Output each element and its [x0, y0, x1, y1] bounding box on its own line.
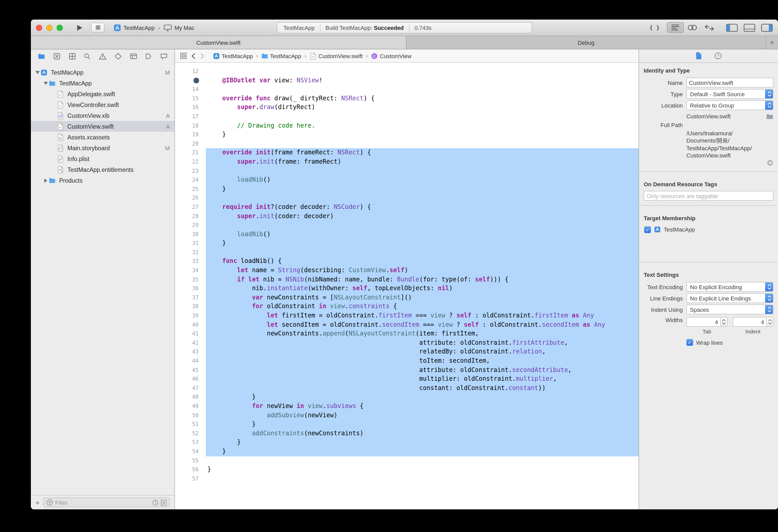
- code-line[interactable]: 39 let firstItem = oldConstraint.firstIt…: [175, 311, 638, 320]
- navigator-issues-icon[interactable]: [99, 52, 106, 60]
- line-number[interactable]: 49: [175, 402, 206, 411]
- navigator-search-icon[interactable]: [84, 52, 91, 60]
- code-line[interactable]: @IBOutlet var view: NSView!: [175, 76, 638, 85]
- line-number[interactable]: 31: [175, 239, 206, 248]
- breadcrumb-item[interactable]: CustomView.swift: [310, 52, 363, 59]
- tree-item-viewcontroller-swift[interactable]: ViewController.swift: [31, 99, 174, 110]
- code-line[interactable]: 38 for oldConstraint in view.constraints…: [175, 302, 638, 311]
- line-marker-icon[interactable]: [193, 78, 199, 83]
- line-number[interactable]: 28: [175, 212, 206, 221]
- code-line[interactable]: 16 super.draw(dirtyRect): [175, 103, 638, 112]
- close-window-button[interactable]: [36, 24, 42, 30]
- open-in-finder-arrow-icon[interactable]: [767, 159, 773, 166]
- line-endings-dropdown[interactable]: No Explicit Line Endings: [686, 293, 773, 303]
- source-editor[interactable]: 12 @IBOutlet var view: NSView!1415 overr…: [175, 63, 638, 509]
- line-number[interactable]: 42: [175, 338, 206, 348]
- disclosure-triangle[interactable]: [34, 71, 41, 74]
- line-number[interactable]: 52: [175, 429, 206, 438]
- run-button[interactable]: [76, 24, 83, 31]
- disclosure-triangle[interactable]: [42, 178, 49, 182]
- breadcrumb-item[interactable]: CCustomView: [371, 52, 411, 59]
- minimize-window-button[interactable]: [46, 24, 53, 30]
- tab-width-field[interactable]: 4: [686, 317, 720, 327]
- code-line[interactable]: 26: [175, 194, 638, 203]
- code-line[interactable]: 25 }: [175, 184, 638, 194]
- line-number[interactable]: 16: [175, 103, 206, 112]
- tree-item-customview-swift[interactable]: CustomView.swiftA: [31, 121, 174, 132]
- version-editor-button[interactable]: [701, 22, 718, 33]
- code-line[interactable]: 49 for newView in view.subviews {: [175, 402, 638, 411]
- line-number[interactable]: 35: [175, 275, 206, 284]
- line-number[interactable]: 36: [175, 284, 206, 293]
- code-line[interactable]: 34 let name = String(describing: CustomV…: [175, 266, 638, 275]
- line-number[interactable]: 53: [175, 438, 206, 447]
- line-number[interactable]: 56: [175, 465, 206, 474]
- navigator-tests-icon[interactable]: [114, 52, 122, 60]
- line-number[interactable]: 41: [175, 329, 206, 338]
- folder-icon[interactable]: [766, 113, 773, 119]
- line-number[interactable]: 25: [175, 184, 206, 194]
- zoom-window-button[interactable]: [57, 24, 63, 30]
- code-line[interactable]: 18 // Drawing code here.: [175, 121, 638, 130]
- code-line[interactable]: 55: [175, 456, 638, 465]
- standard-editor-button[interactable]: [667, 22, 684, 33]
- line-number[interactable]: 18: [175, 121, 206, 130]
- stop-button[interactable]: [91, 23, 104, 32]
- code-line[interactable]: 56}: [175, 465, 638, 474]
- line-number[interactable]: 34: [175, 266, 206, 275]
- line-number[interactable]: 32: [175, 248, 206, 257]
- toggle-inspector-icon[interactable]: [761, 23, 773, 32]
- code-line[interactable]: 54 }: [175, 447, 638, 456]
- line-number[interactable]: 37: [175, 293, 206, 302]
- code-line[interactable]: 51 }: [175, 420, 638, 429]
- scm-status-filter-icon[interactable]: [161, 499, 167, 506]
- line-number[interactable]: 40: [175, 320, 206, 329]
- resource-tags-field[interactable]: Only resources are taggable: [644, 191, 773, 201]
- code-line[interactable]: 41 newConstraints.append(NSLayoutConstra…: [175, 329, 638, 338]
- tree-item-main-storyboard[interactable]: Main.storyboardM: [31, 143, 174, 153]
- tab-debug[interactable]: Debug: [406, 36, 766, 49]
- line-number[interactable]: 27: [175, 203, 206, 212]
- location-dropdown[interactable]: Relative to Group: [686, 100, 773, 110]
- related-items-icon[interactable]: [180, 53, 187, 59]
- breadcrumb-item[interactable]: TestMacApp: [213, 52, 253, 59]
- tree-item-testmacapp[interactable]: TestMacApp: [31, 78, 174, 88]
- code-line[interactable]: 52 addConstraints(newConstraints): [175, 429, 638, 438]
- navigator-project-icon[interactable]: [37, 52, 45, 60]
- breadcrumb-item[interactable]: TestMacApp: [261, 52, 301, 59]
- line-number[interactable]: 45: [175, 366, 206, 375]
- code-line[interactable]: 40 let secondItem = oldConstraint.second…: [175, 320, 638, 329]
- tree-item-testmacapp-entitlements[interactable]: TestMacApp.entitlements: [31, 164, 174, 175]
- line-number[interactable]: 54: [175, 447, 206, 456]
- code-line[interactable]: 32: [175, 248, 638, 257]
- code-line[interactable]: 24 loadNib(): [175, 175, 638, 184]
- recent-files-clock-icon[interactable]: [152, 499, 158, 506]
- code-line[interactable]: 20: [175, 139, 638, 148]
- filter-field[interactable]: Filter: [43, 498, 170, 507]
- add-file-button[interactable]: +: [35, 498, 40, 507]
- code-line[interactable]: 28 super.init(coder: decoder): [175, 212, 638, 221]
- indent-width-field[interactable]: 4: [732, 317, 766, 327]
- tree-item-appdelegate-swift[interactable]: AppDelegate.swift: [31, 88, 174, 99]
- code-line[interactable]: 21 override init(frame frameRect: NSRect…: [175, 148, 638, 157]
- assistant-editor-button[interactable]: [684, 22, 701, 33]
- code-line[interactable]: 57: [175, 474, 638, 483]
- code-snippet-icon[interactable]: { }: [649, 24, 659, 31]
- tree-item-assets-xcassets[interactable]: Assets.xcassets: [31, 132, 174, 143]
- line-number[interactable]: 44: [175, 357, 206, 366]
- wrap-lines-checkbox[interactable]: ✓: [686, 339, 693, 346]
- code-line[interactable]: 22 super.init(frame: frameRect): [175, 157, 638, 166]
- code-line[interactable]: 27 required init?(coder decoder: NSCoder…: [175, 203, 638, 212]
- line-number[interactable]: 57: [175, 474, 206, 483]
- code-line[interactable]: 53 }: [175, 438, 638, 447]
- code-line[interactable]: 50 addSubview(newView): [175, 411, 638, 420]
- indent-using-dropdown[interactable]: Spaces: [686, 305, 773, 314]
- code-line[interactable]: 36 nib.instantiate(withOwner: self, topL…: [175, 284, 638, 293]
- line-number[interactable]: 46: [175, 375, 206, 384]
- code-line[interactable]: 48 }: [175, 393, 638, 402]
- file-inspector-icon[interactable]: [695, 52, 702, 60]
- toggle-navigator-icon[interactable]: [726, 23, 738, 32]
- code-line[interactable]: 33 func loadNib() {: [175, 257, 638, 266]
- navigator-symbols-icon[interactable]: [68, 52, 76, 60]
- line-number[interactable]: 14: [175, 85, 206, 94]
